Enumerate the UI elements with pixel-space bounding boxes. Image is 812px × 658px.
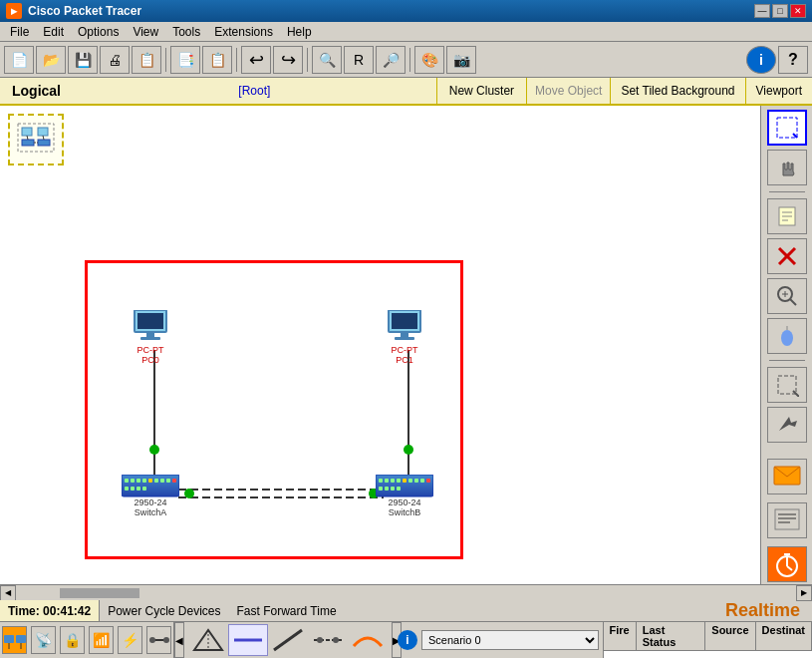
time-display: Time: 00:41:42 xyxy=(0,600,100,621)
menu-help[interactable]: Help xyxy=(281,23,318,41)
rect-select-button[interactable] xyxy=(767,367,807,403)
save-button[interactable]: 💾 xyxy=(68,46,98,74)
toolbar-item5[interactable]: 📋 xyxy=(132,46,161,74)
maximize-button[interactable]: □ xyxy=(772,4,788,18)
svg-rect-34 xyxy=(125,487,129,491)
main-area: PC-PT PC0 PC-PT PC1 xyxy=(0,106,812,584)
envelope-button[interactable] xyxy=(767,459,807,494)
switchA-device[interactable]: 2950-24 SwitchA xyxy=(122,475,179,518)
switchB-device[interactable]: 2950-24 SwitchB xyxy=(376,475,433,518)
device-tab-security[interactable]: 🔒 xyxy=(60,626,85,654)
realtime-label: Realtime xyxy=(713,598,812,623)
conn-fiber-button[interactable] xyxy=(348,624,388,656)
event-col-source: Source xyxy=(705,622,755,650)
device-tab-wireless[interactable]: 📡 xyxy=(31,626,56,654)
svg-rect-47 xyxy=(426,479,430,483)
copper-straight-icon xyxy=(230,626,266,654)
svg-rect-30 xyxy=(154,479,158,483)
toolbar: 📄 📂 💾 🖨 📋 📑 📋 ↩ ↪ 🔍 R 🔎 🎨 📷 i ? xyxy=(0,42,812,78)
svg-rect-44 xyxy=(408,479,412,483)
conn-serial-button[interactable] xyxy=(308,624,348,656)
delete-tool-button[interactable] xyxy=(767,238,807,274)
canvas-area[interactable]: PC-PT PC0 PC-PT PC1 xyxy=(0,106,760,584)
conn-copper-cross-button[interactable] xyxy=(268,624,308,656)
bottom-content: 📡 🔒 📶 ⚡ Connections 💻 🖥 📟 📺 ◀ xyxy=(0,622,812,658)
scroll-left-button[interactable]: ◀ xyxy=(0,585,16,601)
select-all-button[interactable]: R xyxy=(344,46,374,74)
power-cycle-button[interactable]: Power Cycle Devices xyxy=(100,600,228,621)
horizontal-scrollbar[interactable]: ◀ ▶ xyxy=(0,584,812,600)
pc0-device[interactable]: PC-PT PC0 xyxy=(130,310,171,366)
scrollbar-track[interactable] xyxy=(20,588,792,598)
new-cluster-button[interactable]: New Cluster xyxy=(436,78,526,104)
device-tab-wan[interactable]: 📶 xyxy=(89,626,114,654)
zoom-in-button[interactable]: 🔍 xyxy=(312,46,342,74)
conn-auto-button[interactable] xyxy=(188,624,228,656)
zoom-out-button[interactable]: 🔎 xyxy=(376,46,406,74)
hand-tool-button[interactable] xyxy=(767,150,807,185)
separator1 xyxy=(165,48,166,72)
pc1-device[interactable]: PC-PT PC1 xyxy=(384,310,425,366)
select-icon xyxy=(775,116,799,140)
menu-options[interactable]: Options xyxy=(72,23,125,41)
svg-rect-28 xyxy=(142,479,146,483)
set-tiled-background-button[interactable]: Set Tiled Background xyxy=(610,78,744,104)
svg-point-11 xyxy=(404,445,413,455)
note-tool-button[interactable] xyxy=(767,198,807,234)
minimize-button[interactable]: — xyxy=(754,4,770,18)
menu-view[interactable]: View xyxy=(127,23,164,41)
switchA-icon xyxy=(122,475,179,498)
palette-button[interactable]: 🎨 xyxy=(414,46,444,74)
menu-file[interactable]: File xyxy=(4,23,35,41)
copy-button[interactable]: 📑 xyxy=(170,46,200,74)
draw-tool-button[interactable] xyxy=(767,318,807,354)
undo-button[interactable]: ↩ xyxy=(241,46,271,74)
svg-rect-48 xyxy=(379,487,383,491)
menu-edit[interactable]: Edit xyxy=(37,23,70,41)
move-object-button[interactable]: Move Object xyxy=(526,78,610,104)
device-tab-network[interactable] xyxy=(2,626,27,654)
status-bar: Time: 00:41:42 Power Cycle Devices Fast … xyxy=(0,600,812,622)
zoom-tool-button[interactable] xyxy=(767,278,807,314)
title-bar-controls[interactable]: — □ ✕ xyxy=(754,4,806,18)
note-icon xyxy=(775,204,799,228)
pc1-icon xyxy=(384,310,425,346)
fast-forward-button[interactable]: Fast Forward Time xyxy=(229,600,345,621)
select-tool-button[interactable] xyxy=(767,110,807,146)
title-bar-left: ▶ Cisco Packet Tracer xyxy=(6,3,141,19)
new-button[interactable]: 📄 xyxy=(4,46,34,74)
open-button[interactable]: 📂 xyxy=(36,46,66,74)
right-panel xyxy=(760,106,812,584)
menu-extensions[interactable]: Extensions xyxy=(208,23,279,41)
svg-point-87 xyxy=(333,637,339,643)
app-icon: ▶ xyxy=(6,3,22,19)
help-button[interactable]: ? xyxy=(778,46,808,74)
svg-rect-4 xyxy=(38,140,50,146)
conn-scroll-left[interactable]: ◀ xyxy=(174,622,184,658)
info-button[interactable]: i xyxy=(746,46,776,74)
device-tab-connections[interactable] xyxy=(146,626,171,654)
menu-tools[interactable]: Tools xyxy=(166,23,206,41)
menu-bar: File Edit Options View Tools Extensions … xyxy=(0,22,812,42)
list-button[interactable] xyxy=(767,502,807,538)
camera-button[interactable]: 📷 xyxy=(446,46,476,74)
viewport-button[interactable]: Viewport xyxy=(745,78,812,104)
scenario-select[interactable]: Scenario 0 xyxy=(421,630,599,650)
separator3 xyxy=(307,48,308,72)
conn-copper-straight-button[interactable] xyxy=(228,624,268,656)
timer-button[interactable] xyxy=(767,546,807,582)
paste-button[interactable]: 📋 xyxy=(202,46,232,74)
switchB-label2: SwitchB xyxy=(389,508,421,518)
connections-tab-icon xyxy=(148,631,170,649)
cluster-thumb-icon xyxy=(16,122,56,158)
cluster-thumbnail[interactable] xyxy=(8,114,64,165)
print-button[interactable]: 🖨 xyxy=(100,46,130,74)
redo-button[interactable]: ↪ xyxy=(273,46,303,74)
close-button[interactable]: ✕ xyxy=(790,4,806,18)
arrow-tool-button[interactable] xyxy=(767,407,807,443)
arrow-icon xyxy=(775,413,799,437)
connection-panel: ◀ xyxy=(174,622,394,658)
svg-rect-67 xyxy=(775,509,799,529)
device-tab-custom[interactable]: ⚡ xyxy=(118,626,142,654)
scrollbar-thumb[interactable] xyxy=(60,588,139,598)
